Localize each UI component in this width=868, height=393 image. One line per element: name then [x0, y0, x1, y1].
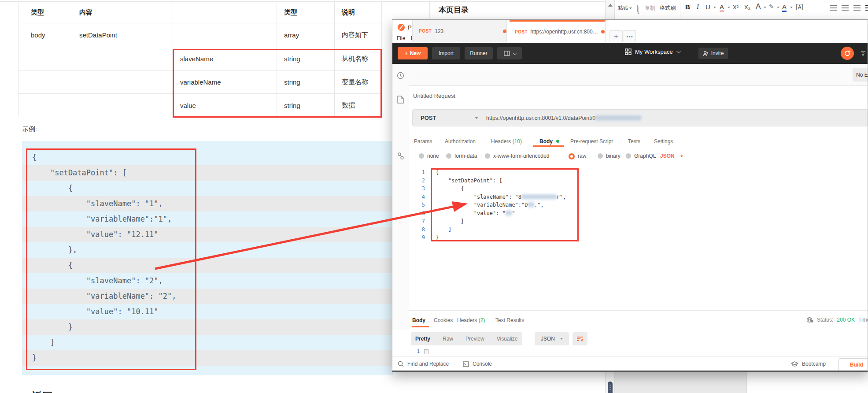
- build-button[interactable]: Build: [838, 358, 868, 371]
- environment-selector[interactable]: No Environment: [853, 68, 868, 82]
- table-cell: [72, 47, 173, 70]
- chevron-down-icon[interactable]: [475, 117, 478, 119]
- apis-share-icon[interactable]: [397, 152, 404, 160]
- table-cell: [18, 70, 72, 94]
- align-center-icon[interactable]: [842, 5, 849, 11]
- radio-form-data[interactable]: [446, 153, 451, 159]
- table-cell: [173, 23, 277, 47]
- radio-raw-selected[interactable]: [569, 153, 575, 159]
- align-justify-icon[interactable]: [865, 5, 868, 11]
- tab-tests[interactable]: Tests: [628, 138, 640, 145]
- plus-icon: +: [405, 50, 408, 56]
- annotation-box-table: [173, 49, 382, 118]
- tab-headers[interactable]: Headers (10): [491, 138, 522, 145]
- tab-settings[interactable]: Settings: [654, 138, 673, 145]
- menu-file[interactable]: File: [397, 35, 405, 41]
- view-visualize[interactable]: Visualize: [497, 336, 518, 342]
- highlight-pen-icon[interactable]: ✎: [769, 3, 774, 10]
- radio-none[interactable]: [419, 153, 424, 159]
- copy-icon[interactable]: [637, 6, 638, 12]
- bold-button[interactable]: B: [685, 3, 690, 11]
- body-language-selector[interactable]: JSON: [660, 153, 675, 159]
- view-pretty[interactable]: Pretty: [415, 336, 430, 342]
- toc-title: 本页目录: [439, 5, 469, 15]
- radio-x-www-form-urlencoded[interactable]: [485, 153, 490, 159]
- import-button[interactable]: Import: [432, 47, 460, 59]
- annotation-box-postman-body: [431, 168, 579, 241]
- tab-options-button[interactable]: ●●●: [624, 30, 636, 42]
- radio-binary[interactable]: [598, 153, 603, 159]
- response-tab-cookies[interactable]: Cookies: [434, 317, 453, 323]
- console-button[interactable]: Console: [463, 361, 492, 367]
- grid-icon: [625, 48, 632, 55]
- find-and-replace-button[interactable]: Find and Replace: [398, 361, 449, 367]
- text-effect-button[interactable]: A: [720, 3, 724, 11]
- response-language-selector[interactable]: JSON: [535, 332, 569, 345]
- url-input[interactable]: https://openhttp.usr.cn:8001/v1.0/dataPo…: [486, 115, 641, 121]
- wps-document-canvas: [615, 372, 746, 393]
- invite-button[interactable]: Invite: [698, 48, 728, 59]
- format-painter-button[interactable]: 格式刷: [660, 4, 676, 12]
- paste-button[interactable]: 粘贴: [618, 4, 632, 12]
- method-selector[interactable]: POST: [421, 115, 436, 121]
- sync-button[interactable]: [841, 47, 854, 60]
- tab-pre-request-script[interactable]: Pre-request Script: [570, 138, 613, 145]
- font-color-button[interactable]: A: [782, 3, 787, 12]
- response-tab-test-results[interactable]: Test Results: [495, 317, 524, 323]
- censored-url-segment: 000000000000000: [595, 115, 641, 121]
- view-preview[interactable]: Preview: [465, 336, 484, 342]
- request-name: Untitled Request: [413, 93, 455, 99]
- scrollbar-thumb[interactable]: [608, 382, 613, 393]
- wps-toolbar: 粘贴 复制 格式刷 B I U A X² X₂ A ✎ A A: [615, 0, 868, 21]
- response-tab-headers[interactable]: Headers (2): [457, 317, 485, 323]
- chevron-down-icon[interactable]: [777, 7, 779, 8]
- request-tab[interactable]: POST 123: [412, 20, 507, 42]
- runner-button[interactable]: Runner: [465, 47, 493, 59]
- bootcamp-button[interactable]: Bootcamp: [791, 361, 826, 367]
- table-cell: [72, 94, 173, 117]
- collapse-icon[interactable]: [424, 349, 428, 354]
- request-tab-active[interactable]: POST https://openhttp.usr.cn:8001/...: [510, 20, 606, 42]
- view-raw[interactable]: Raw: [443, 336, 453, 342]
- superscript-button[interactable]: X²: [733, 4, 739, 11]
- subscript-button[interactable]: X₂: [744, 4, 750, 11]
- wrap-text-button[interactable]: [573, 332, 587, 345]
- new-tab-button[interactable]: +: [609, 30, 623, 42]
- open-new-window-button[interactable]: [497, 47, 522, 59]
- chevron-down-icon[interactable]: [680, 156, 683, 157]
- tab-authorization[interactable]: Authorization: [445, 138, 476, 145]
- graduation-cap-icon: [791, 361, 798, 367]
- table-cell: [18, 47, 72, 70]
- history-clock-icon[interactable]: [397, 72, 404, 79]
- change-case-button[interactable]: A: [756, 2, 761, 11]
- align-right-icon[interactable]: [853, 5, 861, 11]
- divider: [409, 165, 868, 165]
- character-border-button[interactable]: A: [796, 4, 803, 10]
- capture-requests-icon[interactable]: [859, 50, 867, 58]
- table-cell: setDataPoint: [72, 23, 173, 47]
- status-bar: Find and Replace Console Bootcamp Build: [392, 356, 868, 372]
- chevron-down-icon: [512, 51, 517, 55]
- underline-button[interactable]: U: [705, 3, 710, 11]
- new-button[interactable]: + New: [398, 47, 428, 59]
- status-label: Status:: [817, 317, 833, 323]
- italic-button[interactable]: I: [697, 3, 699, 11]
- table-cell: [72, 70, 173, 94]
- chevron-down-icon[interactable]: [764, 7, 766, 8]
- align-left-icon[interactable]: [830, 5, 837, 11]
- globe-lock-icon[interactable]: [806, 316, 813, 323]
- scrollbar-up-arrow-icon[interactable]: [608, 4, 613, 7]
- chevron-down-icon[interactable]: [713, 7, 716, 8]
- collections-file-icon[interactable]: [397, 96, 404, 104]
- wps-document-page: [746, 372, 868, 393]
- table-header: 类型: [18, 2, 72, 23]
- radio-graphql[interactable]: [626, 153, 631, 159]
- table-cell: body: [18, 23, 72, 47]
- copy-button[interactable]: 复制: [645, 4, 655, 12]
- response-tab-body[interactable]: Body: [412, 317, 425, 323]
- tab-body[interactable]: Body: [539, 138, 553, 145]
- workspace-selector[interactable]: My Workspace: [625, 48, 680, 55]
- chevron-down-icon[interactable]: [790, 7, 793, 8]
- chevron-down-icon[interactable]: [728, 7, 730, 8]
- tab-params[interactable]: Params: [414, 138, 432, 145]
